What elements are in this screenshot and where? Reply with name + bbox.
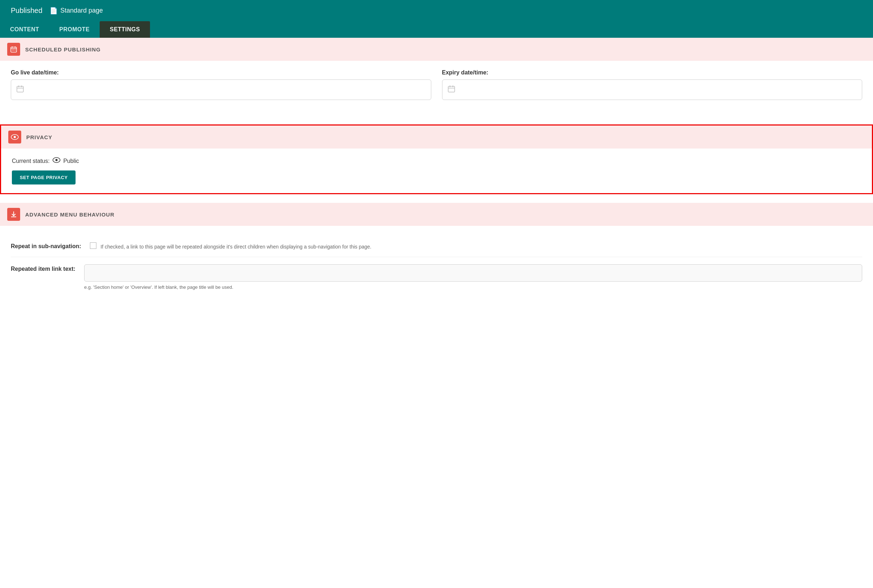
go-live-group: Go live date/time: xyxy=(11,69,431,100)
go-live-input[interactable] xyxy=(11,80,431,100)
spacer-1 xyxy=(0,116,873,124)
scheduled-publishing-body: Go live date/time: Expiry xyxy=(0,61,873,116)
expiry-group: Expiry date/time: xyxy=(442,69,862,100)
calendar-section-icon xyxy=(7,43,20,56)
eye-section-icon xyxy=(8,130,21,144)
tab-promote[interactable]: PROMOTE xyxy=(49,21,100,38)
privacy-section-wrapper: PRIVACY Current status: Public SET PAGE … xyxy=(0,124,873,194)
scheduled-publishing-section: SCHEDULED PUBLISHING Go live date/time: xyxy=(0,38,873,116)
current-status-value: Public xyxy=(63,158,79,164)
privacy-body: Current status: Public SET PAGE PRIVACY xyxy=(1,148,872,193)
tab-bar: CONTENT PROMOTE SETTINGS xyxy=(0,21,873,38)
current-status-row: Current status: Public xyxy=(12,157,861,165)
advanced-menu-title: ADVANCED MENU BEHAVIOUR xyxy=(25,212,114,218)
repeated-item-hint: e.g. 'Section home' or 'Overview'. If le… xyxy=(84,285,862,290)
expiry-input[interactable] xyxy=(442,80,862,100)
tab-settings[interactable]: SETTINGS xyxy=(100,21,150,38)
svg-rect-4 xyxy=(12,50,13,50)
svg-rect-11 xyxy=(448,86,454,92)
date-field-row: Go live date/time: Expiry xyxy=(11,69,862,100)
privacy-title: PRIVACY xyxy=(26,134,52,140)
svg-point-16 xyxy=(14,136,16,138)
tab-content[interactable]: CONTENT xyxy=(0,21,49,38)
repeated-item-row: Repeated item link text: e.g. 'Section h… xyxy=(11,257,862,297)
expiry-calendar-icon xyxy=(447,85,455,94)
advanced-menu-section: ADVANCED MENU BEHAVIOUR Repeat in sub-na… xyxy=(0,203,873,306)
svg-rect-5 xyxy=(13,50,14,50)
main-content: SCHEDULED PUBLISHING Go live date/time: xyxy=(0,38,873,306)
expiry-label: Expiry date/time: xyxy=(442,69,862,76)
repeated-item-content: e.g. 'Section home' or 'Overview'. If le… xyxy=(84,264,862,290)
repeat-navigation-hint: If checked, a link to this page will be … xyxy=(101,244,372,250)
repeated-item-input[interactable] xyxy=(84,264,862,282)
page-type-label: Standard page xyxy=(60,7,103,14)
go-live-label: Go live date/time: xyxy=(11,69,431,76)
repeated-item-label: Repeated item link text: xyxy=(11,264,75,272)
set-page-privacy-button[interactable]: SET PAGE PRIVACY xyxy=(12,171,75,184)
current-status-label: Current status: xyxy=(12,158,50,164)
scheduled-publishing-header: SCHEDULED PUBLISHING xyxy=(0,38,873,61)
svg-rect-6 xyxy=(15,50,15,50)
repeat-navigation-label: Repeat in sub-navigation: xyxy=(11,242,81,250)
privacy-section: PRIVACY Current status: Public SET PAGE … xyxy=(1,126,872,193)
go-live-calendar-icon xyxy=(16,85,24,94)
page-type: 📄 Standard page xyxy=(50,7,103,15)
advanced-menu-body: Repeat in sub-navigation: If checked, a … xyxy=(0,226,873,306)
svg-point-18 xyxy=(56,159,57,161)
page-type-icon: 📄 xyxy=(50,7,57,15)
repeat-navigation-checkbox[interactable] xyxy=(90,242,96,249)
svg-rect-7 xyxy=(17,86,23,92)
status-eye-icon xyxy=(52,157,60,165)
advanced-menu-header: ADVANCED MENU BEHAVIOUR xyxy=(0,203,873,226)
privacy-header: PRIVACY xyxy=(1,126,872,148)
repeat-navigation-content: If checked, a link to this page will be … xyxy=(90,242,862,250)
repeat-checkbox-row: If checked, a link to this page will be … xyxy=(90,242,862,250)
scheduled-publishing-title: SCHEDULED PUBLISHING xyxy=(25,46,101,52)
page-status: Published xyxy=(11,6,42,15)
download-section-icon xyxy=(7,208,20,221)
page-header: Published 📄 Standard page xyxy=(0,0,873,21)
repeat-navigation-row: Repeat in sub-navigation: If checked, a … xyxy=(11,234,862,257)
spacer-2 xyxy=(0,194,873,203)
